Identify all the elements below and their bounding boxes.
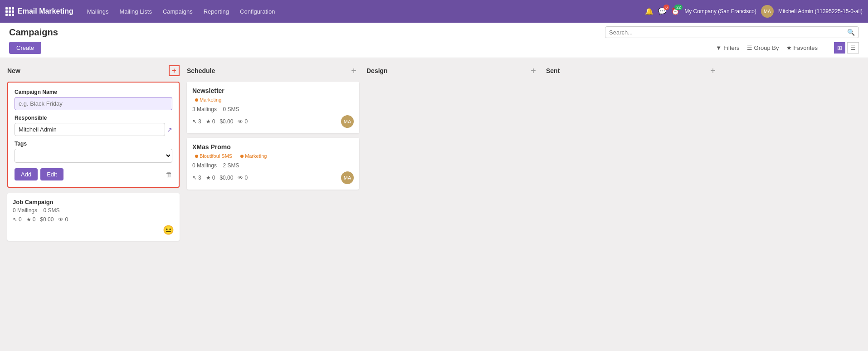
topnav: Email Marketing Mailings Mailing Lists C… bbox=[0, 0, 868, 23]
tag-dot bbox=[195, 98, 198, 102]
nav-mailing-lists[interactable]: Mailing Lists bbox=[115, 5, 156, 18]
group-by-label: Group By bbox=[754, 44, 779, 51]
delete-button[interactable]: 🗑 bbox=[166, 171, 172, 178]
col-title-new: New bbox=[7, 67, 20, 74]
metric-revenue: $0.00 bbox=[40, 216, 54, 223]
kanban-col-design: Design + bbox=[366, 65, 539, 351]
page-header-bottom: Create ▼ Filters ☰ Group By ★ Favorites … bbox=[9, 42, 859, 58]
view-toggle: ⊞ ☰ bbox=[834, 42, 859, 54]
kanban-card-xmas: XMas Promo Bioutifoul SMS Marketing 0 Ma… bbox=[187, 138, 359, 190]
responsible-select[interactable]: Mitchell Admin bbox=[15, 123, 165, 136]
filters-label: Filters bbox=[723, 44, 739, 51]
metric-stars: ★ 0 bbox=[206, 118, 215, 125]
campaign-name-label: Campaign Name bbox=[15, 89, 172, 95]
notification-bell[interactable]: 🔔 bbox=[645, 7, 653, 15]
page-header: Campaigns 🔍 Create ▼ Filters ☰ Group By … bbox=[0, 23, 868, 58]
search-icon[interactable]: 🔍 bbox=[847, 29, 855, 36]
grid-icon bbox=[5, 7, 14, 16]
tag-marketing: Marketing bbox=[192, 96, 224, 103]
favorites-button[interactable]: ★ Favorites bbox=[786, 44, 818, 51]
col-header-new: New + bbox=[7, 65, 180, 76]
card-footer: 😐 bbox=[13, 224, 174, 235]
metric-stars: ★ 0 bbox=[206, 175, 215, 181]
card-tags-xmas: Bioutifoul SMS Marketing bbox=[192, 152, 354, 160]
card-sms: 0 SMS bbox=[43, 207, 59, 214]
metric-clicks: ↖ 3 bbox=[192, 175, 201, 181]
list-view-button[interactable]: ☰ bbox=[847, 42, 859, 54]
card-footer-xmas: ↖ 3 ★ 0 $0.00 👁 0 MA bbox=[192, 171, 354, 184]
card-title-newsletter: Newsletter bbox=[192, 87, 354, 94]
page-title: Campaigns bbox=[9, 27, 58, 38]
metric-views: 👁 0 bbox=[238, 118, 248, 125]
group-by-button[interactable]: ☰ Group By bbox=[747, 44, 779, 51]
card-title: Job Campaign bbox=[13, 199, 174, 205]
responsible-row: Mitchell Admin ↗ bbox=[15, 123, 172, 136]
cursor-icon: ↖ bbox=[192, 118, 197, 125]
edit-button[interactable]: Edit bbox=[40, 168, 63, 180]
card-metrics-newsletter: ↖ 3 ★ 0 $0.00 👁 0 bbox=[192, 118, 248, 125]
main-content: New + Campaign Name Responsible Mitchell… bbox=[0, 58, 868, 351]
nav-links: Mailings Mailing Lists Campaigns Reporti… bbox=[83, 5, 636, 18]
user-name: Mitchell Admin (11395225-15-0-all) bbox=[778, 8, 863, 15]
activity-badge: 22 bbox=[674, 5, 683, 10]
campaign-name-input[interactable] bbox=[15, 97, 172, 110]
metric-clicks: ↖ 0 bbox=[13, 216, 22, 223]
nav-reporting[interactable]: Reporting bbox=[199, 5, 234, 18]
tag-bioutifoul: Bioutifoul SMS bbox=[192, 152, 235, 160]
col-title-schedule: Schedule bbox=[187, 67, 215, 74]
tags-label: Tags bbox=[15, 141, 172, 147]
card-avatar-xmas: MA bbox=[341, 171, 354, 184]
star-icon: ★ bbox=[206, 118, 211, 125]
external-link-icon[interactable]: ↗ bbox=[167, 126, 172, 133]
tag-dot-marketing2 bbox=[240, 155, 244, 158]
app-logo[interactable]: Email Marketing bbox=[5, 7, 73, 16]
cursor-icon: ↖ bbox=[192, 175, 197, 181]
col-header-sent: Sent + bbox=[546, 65, 718, 76]
kanban-col-schedule: Schedule + Newsletter Marketing 3 Mailin… bbox=[187, 65, 359, 351]
card-footer-newsletter: ↖ 3 ★ 0 $0.00 👁 0 MA bbox=[192, 115, 354, 128]
col-add-sent-button[interactable]: + bbox=[707, 65, 718, 76]
card-tags-newsletter: Marketing bbox=[192, 96, 354, 103]
metric-revenue: $0.00 bbox=[219, 175, 233, 181]
nav-configuration[interactable]: Configuration bbox=[235, 5, 279, 18]
col-add-schedule-button[interactable]: + bbox=[348, 65, 359, 76]
search-bar: 🔍 bbox=[605, 26, 859, 38]
form-actions: Add Edit 🗑 bbox=[15, 168, 172, 180]
nav-mailings[interactable]: Mailings bbox=[83, 5, 113, 18]
tag-dot-bioutifoul bbox=[195, 155, 198, 158]
metric-stars: ★ 0 bbox=[26, 216, 36, 223]
tag-marketing2: Marketing bbox=[238, 152, 269, 160]
kanban-card-newsletter: Newsletter Marketing 3 Mailings 0 SMS ↖ … bbox=[187, 82, 359, 133]
filter-icon: ▼ bbox=[716, 44, 722, 51]
card-metrics-xmas: ↖ 3 ★ 0 $0.00 👁 0 bbox=[192, 175, 248, 181]
metric-revenue: $0.00 bbox=[219, 118, 233, 125]
card-stats-newsletter: 3 Mailings 0 SMS bbox=[192, 106, 354, 112]
company-name: My Company (San Francisco) bbox=[684, 8, 756, 15]
col-add-new-button[interactable]: + bbox=[169, 65, 180, 76]
user-avatar[interactable]: MA bbox=[761, 5, 774, 18]
add-button[interactable]: Add bbox=[15, 168, 38, 180]
eye-icon: 👁 bbox=[58, 216, 63, 223]
tags-select[interactable] bbox=[15, 149, 172, 163]
quick-create-form: Campaign Name Responsible Mitchell Admin… bbox=[7, 82, 180, 188]
topnav-right: 🔔 💬 6 ⏰ 22 My Company (San Francisco) MA… bbox=[645, 5, 863, 18]
eye-icon: 👁 bbox=[238, 118, 243, 125]
filters-button[interactable]: ▼ Filters bbox=[716, 44, 739, 51]
activity-icon[interactable]: ⏰ 22 bbox=[671, 7, 680, 15]
col-header-schedule: Schedule + bbox=[187, 65, 359, 76]
star-icon: ★ bbox=[206, 175, 211, 181]
col-add-design-button[interactable]: + bbox=[528, 65, 539, 76]
search-input[interactable] bbox=[609, 29, 847, 36]
card-metrics: ↖ 0 ★ 0 $0.00 👁 0 bbox=[13, 216, 174, 223]
favorites-label: Favorites bbox=[794, 44, 818, 51]
kanban-view-button[interactable]: ⊞ bbox=[834, 42, 845, 54]
responsible-label: Responsible bbox=[15, 115, 172, 121]
group-icon: ☰ bbox=[747, 44, 752, 51]
messaging-icon[interactable]: 💬 6 bbox=[658, 7, 667, 15]
metric-clicks: ↖ 3 bbox=[192, 118, 201, 125]
kanban-col-new: New + Campaign Name Responsible Mitchell… bbox=[7, 65, 180, 351]
create-button[interactable]: Create bbox=[9, 42, 41, 54]
nav-campaigns[interactable]: Campaigns bbox=[158, 5, 197, 18]
card-mailings: 0 Mailings bbox=[13, 207, 37, 214]
page-header-top: Campaigns 🔍 bbox=[9, 26, 859, 42]
